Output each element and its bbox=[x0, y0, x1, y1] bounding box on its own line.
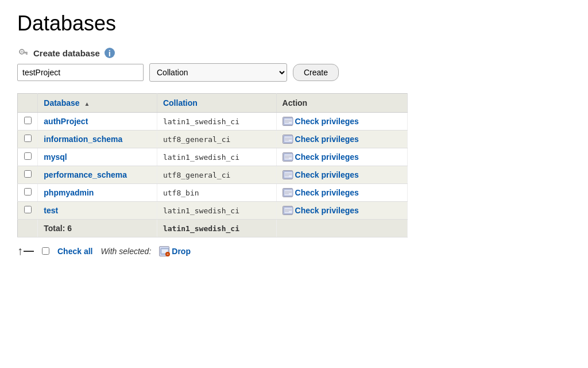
row-db-name: mysql bbox=[38, 148, 157, 166]
check-privileges-link[interactable]: Check privileges bbox=[295, 170, 359, 179]
total-label: Total: 6 bbox=[38, 220, 157, 237]
row-db-name: information_schema bbox=[38, 131, 157, 148]
db-link[interactable]: test bbox=[44, 206, 58, 215]
total-action-cell bbox=[276, 220, 407, 237]
row-action: Check privileges bbox=[276, 184, 407, 202]
table-row: mysqllatin1_swedish_ci Check privileges bbox=[18, 148, 408, 166]
row-checkbox[interactable] bbox=[24, 117, 32, 124]
info-icon[interactable]: i bbox=[105, 48, 115, 58]
table-row: information_schemautf8_general_ci Check … bbox=[18, 131, 408, 148]
back-arrow-container: ↑ bbox=[17, 244, 34, 258]
privileges-icon bbox=[283, 117, 293, 126]
check-privileges-link[interactable]: Check privileges bbox=[295, 135, 359, 144]
row-checkbox[interactable] bbox=[24, 206, 32, 213]
collation-value: latin1_swedish_ci bbox=[163, 117, 239, 126]
row-checkbox-cell bbox=[18, 166, 38, 184]
collation-value: latin1_swedish_ci bbox=[163, 153, 239, 162]
back-line-decoration bbox=[24, 251, 34, 252]
back-arrow-icon: ↑ bbox=[17, 244, 23, 258]
row-checkbox-cell bbox=[18, 113, 38, 131]
row-action: Check privileges bbox=[276, 148, 407, 166]
check-all-checkbox[interactable] bbox=[42, 247, 49, 255]
svg-rect-1 bbox=[23, 52, 28, 53]
col-header-action: Action bbox=[276, 94, 407, 113]
privileges-icon bbox=[283, 135, 293, 144]
row-action: Check privileges bbox=[276, 202, 407, 220]
collation-value: utf8_bin bbox=[163, 189, 199, 197]
privileges-icon bbox=[283, 188, 293, 197]
col-header-database[interactable]: Database ▲ bbox=[38, 94, 157, 113]
total-collation: latin1_swedish_ci bbox=[157, 220, 276, 237]
key-icon bbox=[17, 47, 29, 59]
row-checkbox-cell bbox=[18, 184, 38, 202]
check-privileges-link[interactable]: Check privileges bbox=[295, 152, 359, 162]
page-title: Databases bbox=[17, 12, 571, 36]
db-link[interactable]: performance_schema bbox=[44, 170, 127, 179]
table-row: phpmyadminutf8_bin Check privileges bbox=[18, 184, 408, 202]
privileges-icon bbox=[283, 152, 293, 162]
db-link[interactable]: mysql bbox=[44, 152, 67, 162]
row-checkbox-cell bbox=[18, 202, 38, 220]
row-checkbox[interactable] bbox=[24, 135, 32, 142]
row-collation: utf8_bin bbox=[157, 184, 276, 202]
col-header-check bbox=[18, 94, 38, 113]
row-db-name: authProject bbox=[38, 113, 157, 131]
collation-value: latin1_swedish_ci bbox=[163, 206, 239, 215]
svg-rect-37 bbox=[167, 254, 169, 254]
row-collation: utf8_general_ci bbox=[157, 131, 276, 148]
row-checkbox[interactable] bbox=[24, 170, 32, 178]
footer-row: ↑ Check all With selected: Drop bbox=[17, 244, 571, 258]
table-row: testlatin1_swedish_ci Check privileges bbox=[18, 202, 408, 220]
database-name-input[interactable] bbox=[17, 64, 144, 81]
row-checkbox-cell bbox=[18, 148, 38, 166]
db-link[interactable]: phpmyadmin bbox=[44, 188, 94, 197]
privileges-icon bbox=[283, 206, 293, 215]
create-database-section: Create database i Collation utf8_general… bbox=[17, 47, 571, 82]
row-checkbox-cell bbox=[18, 131, 38, 148]
drop-action-container: Drop bbox=[159, 246, 191, 256]
row-action: Check privileges bbox=[276, 166, 407, 184]
check-privileges-link[interactable]: Check privileges bbox=[295, 117, 359, 126]
db-link[interactable]: information_schema bbox=[44, 135, 122, 144]
row-db-name: phpmyadmin bbox=[38, 184, 157, 202]
check-privileges-link[interactable]: Check privileges bbox=[295, 188, 359, 197]
row-db-name: performance_schema bbox=[38, 166, 157, 184]
row-collation: latin1_swedish_ci bbox=[157, 148, 276, 166]
create-database-label: Create database bbox=[33, 48, 100, 58]
row-action: Check privileges bbox=[276, 131, 407, 148]
privileges-icon bbox=[283, 170, 293, 179]
check-all-link[interactable]: Check all bbox=[57, 247, 92, 256]
create-button[interactable]: Create bbox=[293, 64, 339, 81]
collation-value: utf8_general_ci bbox=[163, 135, 230, 144]
svg-rect-2 bbox=[26, 53, 28, 55]
check-privileges-link[interactable]: Check privileges bbox=[295, 206, 359, 215]
row-collation: utf8_general_ci bbox=[157, 166, 276, 184]
row-db-name: test bbox=[38, 202, 157, 220]
row-collation: latin1_swedish_ci bbox=[157, 113, 276, 131]
collation-select[interactable]: Collation utf8_general_ci utf8_bin latin… bbox=[149, 63, 287, 82]
row-checkbox[interactable] bbox=[24, 152, 32, 160]
svg-point-3 bbox=[21, 51, 23, 53]
row-checkbox[interactable] bbox=[24, 188, 32, 195]
sort-arrow-icon: ▲ bbox=[84, 101, 90, 107]
drop-link[interactable]: Drop bbox=[172, 247, 191, 256]
table-row: performance_schemautf8_general_ci Check … bbox=[18, 166, 408, 184]
row-action: Check privileges bbox=[276, 113, 407, 131]
collation-value: utf8_general_ci bbox=[163, 171, 230, 179]
col-header-collation[interactable]: Collation bbox=[157, 94, 276, 113]
table-row: authProjectlatin1_swedish_ci Check privi… bbox=[18, 113, 408, 131]
with-selected-label: With selected: bbox=[100, 247, 151, 256]
drop-icon bbox=[159, 246, 169, 256]
row-collation: latin1_swedish_ci bbox=[157, 202, 276, 220]
total-check-cell bbox=[18, 220, 38, 237]
db-link[interactable]: authProject bbox=[44, 117, 88, 126]
total-row: Total: 6 latin1_swedish_ci bbox=[18, 220, 408, 237]
databases-table: Database ▲ Collation Action authProjectl… bbox=[17, 93, 408, 237]
